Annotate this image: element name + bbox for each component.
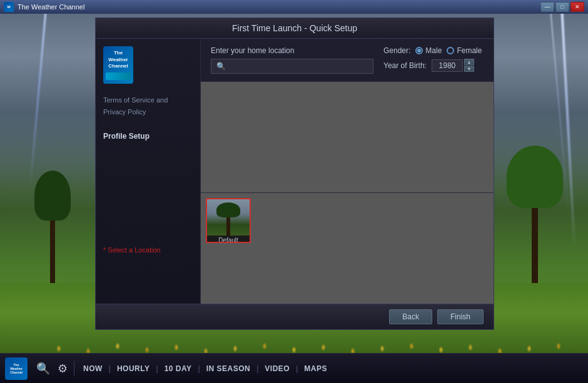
- male-radio[interactable]: [415, 47, 423, 54]
- location-search-box: 🔍: [211, 59, 373, 74]
- theme-selection-area: Default: [201, 193, 494, 304]
- nav-video[interactable]: VIDEO: [258, 364, 296, 373]
- female-label: Female: [457, 46, 482, 55]
- taskbar-settings-icon[interactable]: ⚙: [58, 362, 68, 376]
- titlebar-controls: — □ ✕: [540, 2, 584, 12]
- thumbnail-tree: [226, 214, 230, 236]
- taskbar: TheWeatherChannel 🔍 ⚙ NOW | HOURLY | 10 …: [0, 353, 588, 383]
- sidebar-logo: TheWeatherChannel: [103, 46, 133, 84]
- location-section: Enter your home location 🔍: [211, 46, 373, 74]
- taskbar-search-icon[interactable]: 🔍: [36, 362, 50, 376]
- nav-now[interactable]: NOW: [77, 364, 109, 373]
- gender-label: Gender:: [383, 46, 410, 55]
- year-row: Year of Birth: ▲ ▼: [383, 59, 484, 72]
- thumbnail-label: Default: [207, 236, 250, 243]
- dialog-footer: Back Finish: [96, 304, 494, 329]
- male-radio-label[interactable]: Male: [415, 46, 442, 55]
- spinner-buttons: ▲ ▼: [464, 59, 474, 72]
- search-icon: 🔍: [216, 62, 226, 71]
- maximize-button[interactable]: □: [555, 2, 569, 12]
- dialog-content: Enter your home location 🔍 Gender: Male: [201, 39, 494, 304]
- location-input[interactable]: [230, 62, 368, 71]
- year-input[interactable]: [432, 59, 463, 72]
- year-decrement-button[interactable]: ▼: [464, 66, 474, 72]
- back-button[interactable]: Back: [389, 309, 432, 324]
- close-button[interactable]: ✕: [570, 2, 584, 12]
- male-label: Male: [425, 46, 442, 55]
- gender-row: Gender: Male Female: [383, 46, 484, 55]
- dialog-body: TheWeatherChannel Terms of Service and P…: [96, 39, 494, 304]
- year-increment-button[interactable]: ▲: [464, 59, 474, 65]
- year-label: Year of Birth:: [383, 61, 427, 70]
- tos-line2: Privacy Policy: [103, 108, 146, 116]
- nav-hourly[interactable]: HOURLY: [111, 364, 156, 373]
- sidebar-logo-text: TheWeatherChannel: [108, 50, 128, 69]
- gender-section: Gender: Male Female Year of Birth:: [383, 46, 484, 74]
- sidebar-logo-wave: [106, 72, 131, 80]
- female-radio[interactable]: [447, 47, 454, 54]
- dialog-sidebar: TheWeatherChannel Terms of Service and P…: [96, 39, 201, 304]
- minimize-button[interactable]: —: [540, 2, 554, 12]
- setup-dialog: First Time Launch - Quick Setup TheWeath…: [95, 17, 494, 330]
- tos-line1: Terms of Service and: [103, 96, 168, 104]
- thumbnail-preview: [207, 199, 250, 236]
- taskbar-logo: TheWeatherChannel: [5, 357, 28, 380]
- default-theme-thumbnail[interactable]: Default: [206, 198, 251, 243]
- location-label: Enter your home location: [211, 46, 373, 55]
- nav-10day[interactable]: 10 DAY: [158, 364, 198, 373]
- taskbar-divider: [74, 361, 74, 376]
- dialog-header: First Time Launch - Quick Setup: [96, 18, 494, 39]
- titlebar-title: The Weather Channel: [18, 3, 540, 11]
- content-top: Enter your home location 🔍 Gender: Male: [201, 39, 494, 82]
- dialog-title: First Time Launch - Quick Setup: [106, 23, 484, 33]
- app-icon: W: [4, 2, 14, 12]
- female-radio-label[interactable]: Female: [447, 46, 482, 55]
- finish-button[interactable]: Finish: [437, 309, 484, 324]
- taskbar-logo-text: TheWeatherChannel: [10, 363, 23, 374]
- location-results-area: [201, 82, 494, 193]
- select-location-warning: * Select a Location: [103, 246, 161, 254]
- tos-link[interactable]: Terms of Service and Privacy Policy: [103, 94, 193, 117]
- year-spinner: ▲ ▼: [432, 59, 474, 72]
- nav-inseason[interactable]: IN SEASON: [200, 364, 257, 373]
- nav-maps[interactable]: MAPS: [298, 364, 333, 373]
- sidebar-section-title: Profile Setup: [103, 132, 193, 141]
- titlebar: W The Weather Channel — □ ✕: [0, 0, 588, 14]
- taskbar-nav: NOW | HOURLY | 10 DAY | IN SEASON | VIDE…: [77, 364, 588, 373]
